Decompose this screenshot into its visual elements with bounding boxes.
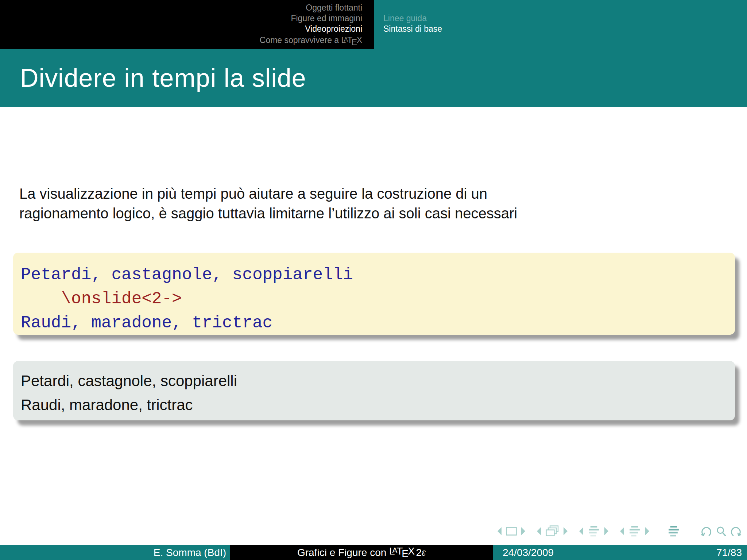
header-subsections: Linee guida Sintassi di base [383,13,442,34]
footer-author-segment: E. Somma (BdI) [0,545,230,560]
nav-tools-group [700,526,742,537]
nav-frame-prev-icon[interactable] [536,527,542,535]
footer-page-number: 71/83 [716,547,742,559]
nav-section-group [619,526,650,537]
nav-slide-icon[interactable] [506,527,517,536]
nav-section-list-icon[interactable] [628,526,641,537]
nav-back-icon[interactable] [700,526,713,537]
footer-title-segment: Grafici e Figure conLATEX2ε [230,545,493,560]
title-bar: Dividere in tempi la slide [0,49,747,107]
body-paragraph: La visualizzazione in più tempi può aiut… [19,184,517,223]
header-section-oggetti-flottanti[interactable]: Oggetti flottanti [306,3,362,13]
nav-appendix-group [667,526,680,537]
nav-section-next-icon[interactable] [645,527,650,535]
nav-slide-next-icon[interactable] [520,527,526,535]
code-block: Petardi, castagnole, scoppiarelli \onsli… [13,253,735,335]
code-line: Raudi, maradone, trictrac [21,311,735,335]
header-sections: Oggetti flottanti Figure ed immagini Vid… [0,0,374,49]
footer-latex-version-epsilon: ε [422,547,426,558]
nav-forward-icon[interactable] [729,526,742,537]
footer-right-segment: 24/03/2009 71/83 [493,545,747,560]
header-section-figure-ed-immagini[interactable]: Figure ed immagini [291,13,362,24]
nav-find-icon[interactable] [716,526,727,537]
nav-subsection-prev-icon[interactable] [578,527,584,535]
header-subsection-sintassi-di-base[interactable]: Sintassi di base [383,24,442,34]
footer-date: 24/03/2009 [503,547,554,559]
beamer-navigation-bar [497,525,742,537]
nav-slide-prev-icon[interactable] [497,527,502,535]
nav-section-prev-icon[interactable] [619,527,625,535]
nav-frame-group [536,525,568,537]
body-line: ragionamento logico, è saggio tuttavia l… [19,203,517,223]
body-line: La visualizzazione in più tempi può aiut… [19,184,517,203]
nav-subsection-next-icon[interactable] [604,527,609,535]
code-line: Petardi, castagnole, scoppiarelli [21,263,735,287]
beamer-slide: Oggetti flottanti Figure ed immagini Vid… [0,0,747,560]
example-line: Petardi, castagnole, scoppiarelli [21,369,735,393]
footer-author: E. Somma (BdI) [154,547,226,559]
nav-frame-stack-icon[interactable] [545,525,559,537]
example-output-block: Petardi, castagnole, scoppiarelli Raudi,… [13,361,735,420]
nav-appendix-list-icon[interactable] [667,526,680,537]
footer-presentation-title: Grafici e Figure con [297,547,386,559]
nav-subsection-list-icon[interactable] [588,526,600,537]
latex-logo: LATEX [389,545,415,560]
footer-latex-version-number: 2 [416,547,422,559]
header-section-label: Come sopravvivere a [260,35,339,45]
frame-title: Dividere in tempi la slide [20,63,306,93]
header-bar: Oggetti flottanti Figure ed immagini Vid… [0,0,747,49]
code-line-onslide-command: \onslide<2-> [21,287,735,311]
header-section-videoproiezioni[interactable]: Videoproiezioni [305,24,362,34]
header-subsection-linee-guida[interactable]: Linee guida [383,13,442,24]
header-section-come-sopravvivere[interactable]: Come sopravvivere aLATEX [260,34,362,48]
nav-frame-next-icon[interactable] [563,527,568,535]
footer-bar: E. Somma (BdI) Grafici e Figure conLATEX… [0,545,747,560]
example-line: Raudi, maradone, trictrac [21,393,735,417]
latex-logo: LATEX [341,35,362,45]
nav-subsection-group [578,526,609,537]
nav-slide-group [497,527,526,536]
